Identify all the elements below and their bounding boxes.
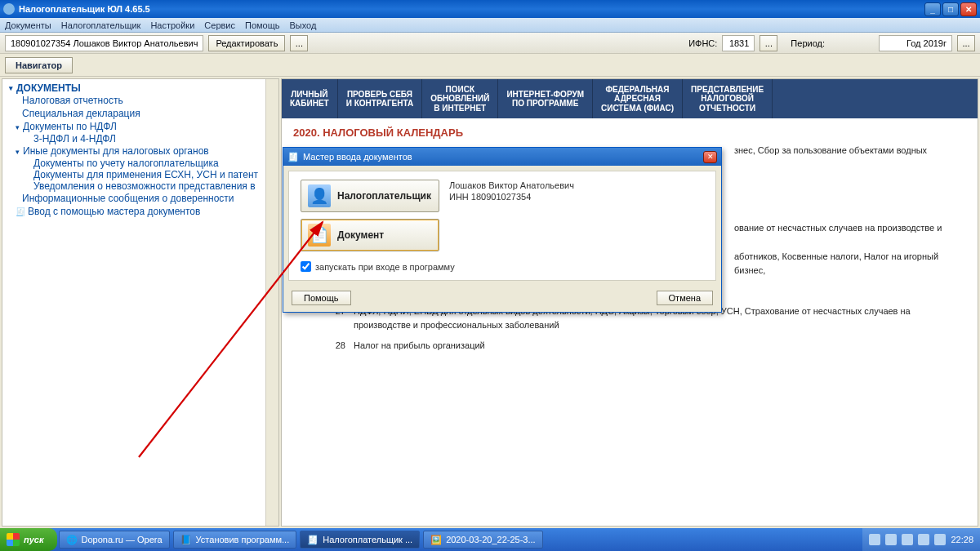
document-button-label: Документ [337, 229, 384, 241]
menu-documents[interactable]: Документы [5, 20, 51, 30]
tray-icon[interactable] [934, 534, 946, 545]
tree-root-documents[interactable]: ДОКУМЕНТЫ [4, 82, 277, 94]
navigator-row: Навигатор [0, 54, 980, 77]
cal-text: Налог на прибыль организаций [354, 339, 966, 353]
edit-button[interactable]: Редактировать [208, 35, 285, 51]
ifns-value[interactable]: 1831 [722, 35, 755, 51]
bluetab-check[interactable]: ПРОВЕРЬ СЕБЯИ КОНТРАГЕНТА [338, 79, 422, 118]
clock: 22:28 [951, 535, 973, 544]
tree-item[interactable]: Налоговая отчетность [4, 94, 277, 107]
tree-branch-ndfl[interactable]: Документы по НДФЛ [4, 120, 277, 133]
navigator-button[interactable]: Навигатор [5, 57, 73, 73]
menu-settings[interactable]: Настройки [150, 20, 194, 30]
tray-icon[interactable] [902, 534, 913, 545]
calendar-title: 2020. НАЛОГОВЫЙ КАЛЕНДАРЬ [282, 118, 978, 139]
bluetab-forum[interactable]: ИНТЕРНЕТ-ФОРУМПО ПРОГРАММЕ [498, 79, 593, 118]
help-button[interactable]: Помощь [292, 291, 351, 305]
dialog-close-button[interactable]: ✕ [703, 151, 717, 163]
ifns-more-button[interactable]: ... [760, 35, 777, 51]
period-value[interactable]: Год 2019г [879, 35, 952, 51]
document-icon: 📄 [308, 224, 331, 247]
start-label: пуск [24, 535, 44, 544]
autostart-label: запускать при входе в программу [315, 262, 455, 272]
dialog-titlebar[interactable]: 🧾 Мастер ввода документов ✕ [283, 148, 721, 166]
minimize-button[interactable]: _ [924, 2, 941, 16]
sidebar: ДОКУМЕНТЫ Налоговая отчетность Специальн… [2, 78, 279, 527]
user-icon: 👤 [308, 184, 331, 207]
task-item[interactable]: 🌐Dopona.ru — Opera [59, 531, 170, 549]
tray-icon[interactable] [869, 534, 880, 545]
task-item-active[interactable]: 🧾Налогоплательщик ... [300, 531, 420, 549]
bluetab-reporting[interactable]: ПРЕДСТАВЛЕНИЕНАЛОГОВОЙОТЧЕТНОСТИ [683, 79, 773, 118]
blue-nav-bar: ЛИЧНЫЙКАБИНЕТ ПРОВЕРЬ СЕБЯИ КОНТРАГЕНТА … [282, 79, 978, 118]
taxpayer-button[interactable]: 👤 Налогоплательщик [301, 180, 439, 212]
tree-item[interactable]: Уведомления о невозможности представлени… [4, 180, 277, 192]
bluetab-cabinet[interactable]: ЛИЧНЫЙКАБИНЕТ [282, 79, 338, 118]
document-button[interactable]: 📄 Документ [301, 219, 439, 251]
wizard-dialog: 🧾 Мастер ввода документов ✕ 👤 Налогоплат… [283, 147, 722, 313]
tree-item[interactable]: Документы для применения ЕСХН, УСН и пат… [4, 169, 277, 180]
taxpayer-field[interactable]: 180901027354 Лошаков Виктор Анатольевич [5, 35, 203, 51]
close-button[interactable]: ✕ [960, 2, 977, 16]
ifns-label: ИФНС: [688, 38, 717, 48]
tray-icon[interactable] [885, 534, 897, 545]
app-icon [3, 3, 15, 15]
app-titlebar: Налогоплательщик ЮЛ 4.65.5 _ □ ✕ [0, 0, 980, 18]
autostart-checkbox[interactable] [301, 261, 311, 272]
tray-icon[interactable] [918, 534, 929, 545]
tree-item-wizard[interactable]: Ввод с помощью мастера документов [4, 205, 277, 218]
tree-item-info[interactable]: Информационные сообщения о доверенности [4, 192, 277, 205]
maximize-button[interactable]: □ [942, 2, 959, 16]
system-tray[interactable]: 22:28 [862, 528, 980, 551]
taxpayer-button-label: Налогоплательщик [337, 190, 431, 202]
dialog-icon: 🧾 [287, 152, 299, 162]
menubar: Документы Налогоплательщик Настройки Сер… [0, 18, 980, 33]
cal-fragment: аботников, Косвенные налоги, Налог на иг… [734, 250, 966, 278]
windows-logo-icon [7, 533, 20, 546]
tree-branch-other[interactable]: Иные документы для налоговых органов [4, 144, 277, 158]
period-label: Период: [791, 38, 825, 48]
taxpayer-inn: ИНН 180901027354 [449, 191, 574, 202]
cal-fragment: ование от несчастных случаев на производ… [734, 221, 966, 235]
menu-taxpayer[interactable]: Налогоплательщик [61, 20, 141, 30]
menu-exit[interactable]: Выход [290, 20, 317, 30]
cal-day: 28 [327, 339, 345, 353]
menu-service[interactable]: Сервис [204, 20, 235, 30]
sidebar-scrollbar[interactable] [265, 79, 278, 526]
more-button[interactable]: ... [290, 35, 308, 51]
task-item[interactable]: 📘Установив программ... [173, 531, 297, 549]
dialog-title: Мастер ввода документов [303, 152, 412, 162]
menu-help[interactable]: Помощь [245, 20, 280, 30]
tree-item[interactable]: Документы по учету налогоплательщика [4, 158, 277, 169]
bluetab-updates[interactable]: ПОИСКОБНОВЛЕНИЙВ ИНТЕРНЕТ [422, 79, 498, 118]
cal-fragment: знес, Сбор за пользование объектами водн… [734, 144, 966, 158]
bluetab-fias[interactable]: ФЕДЕРАЛЬНАЯАДРЕСНАЯСИСТЕМА (ФИАС) [593, 79, 683, 118]
infobar: 180901027354 Лошаков Виктор Анатольевич … [0, 33, 980, 54]
taxpayer-name: Лошаков Виктор Анатольевич [449, 180, 574, 191]
taskbar: пуск 🌐Dopona.ru — Opera 📘Установив прогр… [0, 528, 980, 551]
taxpayer-info: Лошаков Виктор Анатольевич ИНН 180901027… [449, 180, 574, 203]
period-more-button[interactable]: ... [957, 35, 975, 51]
start-button[interactable]: пуск [0, 528, 57, 551]
tree-item[interactable]: Специальная декларация [4, 107, 277, 120]
tree-item[interactable]: 3-НДФЛ и 4-НДФЛ [4, 133, 277, 144]
cancel-button[interactable]: Отмена [657, 291, 713, 305]
task-item[interactable]: 🖼️2020-03-20_22-25-3... [423, 531, 542, 549]
app-title: Налогоплательщик ЮЛ 4.65.5 [19, 4, 150, 14]
